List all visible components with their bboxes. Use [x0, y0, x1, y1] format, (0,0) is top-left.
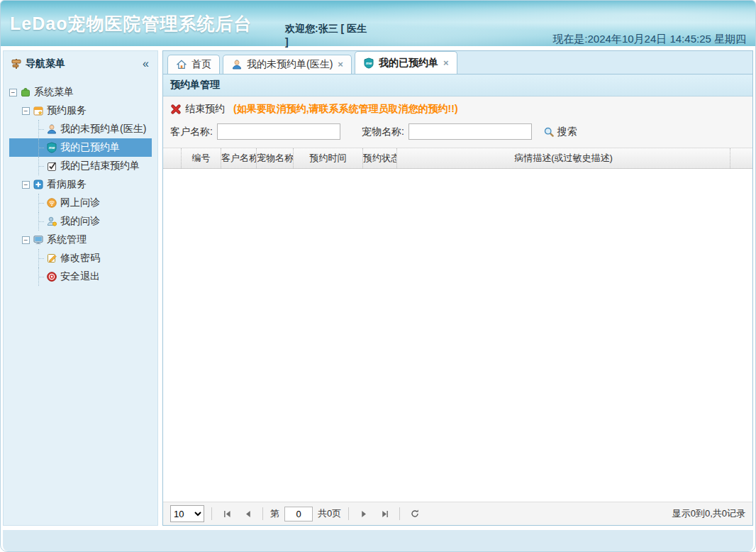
tab-label: 我的未预约单(医生): [247, 58, 333, 71]
next-page-button[interactable]: [356, 506, 372, 521]
tab-home[interactable]: 首页: [167, 55, 220, 74]
home-icon: [176, 59, 187, 70]
sidebar-item-reservation-service[interactable]: − 预约服务: [9, 101, 152, 120]
panel-title: 预约单管理: [163, 74, 752, 96]
search-label: 搜索: [557, 126, 577, 138]
current-datetime: 现在是:2024年10月24日 14:45:25 星期四: [552, 33, 746, 46]
doctor-icon: [231, 59, 243, 70]
red-x-icon: [170, 104, 182, 115]
table-header-row: 编号 客户名称 宠物名称 预约时间 预约状态 病情描述(或过敏史描述): [163, 148, 752, 169]
collapse-sidebar-icon[interactable]: «: [143, 60, 150, 68]
page-prefix-label: 第: [270, 507, 279, 520]
tab-my-reserved[interactable]: me 我的已预约单 ×: [355, 51, 457, 74]
sidebar-item-system-manage[interactable]: − 系统管理: [9, 231, 152, 249]
sidebar-item-logout[interactable]: 安全退出: [9, 267, 152, 286]
search-button[interactable]: 搜索: [543, 126, 577, 138]
sidebar-item-label: 系统菜单: [34, 86, 74, 99]
medical-cross-icon: [33, 179, 44, 190]
expander-icon[interactable]: −: [9, 89, 17, 96]
column-header-pet[interactable]: 宠物名称: [257, 148, 294, 168]
sidebar-item-online-consult[interactable]: 网上问诊: [9, 194, 152, 212]
logout-icon: [46, 271, 57, 282]
sidebar-item-label: 我的已结束预约单: [60, 160, 140, 172]
tree-connector: [35, 212, 44, 231]
tab-bar: 首页 我的未预约单(医生) × me 我的已预约单 ×: [162, 50, 753, 74]
app-title: LeDao宠物医院管理系统后台: [10, 12, 252, 35]
refresh-button[interactable]: [407, 506, 423, 521]
toolbar: 结束预约 (如果要取消预约,请联系系统管理员取消您的预约!!) 客户名称: 宠物…: [163, 96, 752, 148]
app-footer: [3, 530, 753, 551]
pet-name-input[interactable]: [408, 123, 532, 140]
sidebar-item-label: 我的问诊: [60, 215, 100, 228]
divider: [211, 507, 212, 520]
sidebar-item-my-unreserved[interactable]: 我的未预约单(医生): [9, 120, 152, 138]
last-page-button[interactable]: [377, 506, 392, 521]
tab-label: 首页: [191, 58, 211, 71]
prev-page-button[interactable]: [240, 506, 255, 521]
sidebar-item-my-consult[interactable]: 我的问诊: [9, 212, 152, 231]
calendar-icon: [33, 105, 44, 116]
sidebar-item-my-reserved[interactable]: me 我的已预约单: [9, 138, 152, 157]
sidebar-item-system-menu[interactable]: − 系统菜单: [9, 83, 152, 101]
wifi-globe-icon: [46, 197, 57, 209]
search-icon: [543, 126, 555, 138]
pagination-bar: 10 第 共0页: [163, 502, 752, 525]
divider: [348, 507, 349, 520]
page-size-select[interactable]: 10: [170, 505, 204, 522]
welcome-text: 欢迎您:张三 [ 医生 ]: [285, 22, 369, 49]
divider: [399, 507, 400, 520]
puzzle-icon: [20, 87, 31, 98]
sidebar-header: 导航菜单 «: [4, 51, 157, 76]
customer-name-label: 客户名称:: [170, 126, 213, 138]
sidebar-item-label: 网上问诊: [60, 197, 100, 209]
record-count-summary: 显示0到0,共0记录: [672, 507, 745, 520]
page-total-label: 共0页: [318, 507, 341, 520]
sidebar-item-label: 系统管理: [47, 233, 87, 246]
main-area: 首页 我的未预约单(医生) × me 我的已预约单 ×: [162, 50, 753, 526]
sidebar-item-my-finished[interactable]: 我的已结束预约单: [9, 157, 152, 175]
sidebar-item-label: 修改密码: [60, 252, 100, 265]
divider: [262, 507, 263, 520]
me-badge-icon: me: [363, 57, 374, 69]
doctor-icon: [46, 123, 57, 135]
expander-icon[interactable]: −: [22, 181, 30, 189]
reservation-panel: 预约单管理 结束预约 (如果要取消预约,请联系系统管理员取消您的预约!!) 客户…: [162, 74, 753, 526]
page-number-input[interactable]: [284, 507, 313, 521]
tree-connector: [35, 120, 44, 138]
svg-text:me: me: [49, 145, 55, 150]
sidebar-item-label: 我的未预约单(医生): [60, 123, 146, 136]
cancel-warning-text: (如果要取消预约,请联系系统管理员取消您的预约!!): [233, 103, 458, 116]
column-header-time[interactable]: 预约时间: [294, 148, 363, 168]
column-header-filler: [730, 148, 752, 168]
expander-icon[interactable]: −: [22, 107, 30, 115]
sidebar-item-label: 预约服务: [47, 104, 87, 117]
sidebar-item-label: 看病服务: [47, 178, 87, 191]
pet-name-label: 宠物名称:: [362, 126, 404, 138]
tree-connector: [35, 249, 44, 267]
app-window: LeDao宠物医院管理系统后台 欢迎您:张三 [ 医生 ] 现在是:2024年1…: [0, 0, 756, 552]
me-badge-icon: me: [46, 142, 57, 153]
tree-connector: [35, 194, 44, 212]
close-icon[interactable]: ×: [443, 60, 449, 67]
column-header-description[interactable]: 病情描述(或过敏史描述): [397, 148, 730, 168]
sidebar-item-change-password[interactable]: 修改密码: [9, 249, 152, 267]
signpost-icon: [11, 58, 22, 70]
close-icon[interactable]: ×: [338, 61, 343, 68]
end-reservation-button[interactable]: 结束预约: [170, 103, 225, 116]
sidebar-item-label: 我的已预约单: [60, 141, 120, 154]
tree-connector: [35, 267, 44, 286]
tab-label: 我的已预约单: [379, 57, 438, 70]
column-header-customer[interactable]: 客户名称: [221, 148, 257, 168]
monitor-icon: [33, 234, 44, 245]
first-page-button[interactable]: [219, 506, 235, 521]
expander-icon[interactable]: −: [22, 236, 30, 244]
person-icon: [46, 216, 57, 227]
column-header-status[interactable]: 预约状态: [363, 148, 397, 168]
sidebar-item-label: 安全退出: [60, 270, 100, 283]
tab-my-unreserved[interactable]: 我的未预约单(医生) ×: [223, 55, 352, 74]
customer-name-input[interactable]: [217, 123, 340, 140]
end-reservation-label: 结束预约: [185, 103, 225, 116]
column-header-id[interactable]: 编号: [182, 148, 221, 168]
sidebar-item-treatment-service[interactable]: − 看病服务: [9, 175, 152, 194]
app-header: LeDao宠物医院管理系统后台 欢迎您:张三 [ 医生 ] 现在是:2024年1…: [1, 1, 755, 46]
